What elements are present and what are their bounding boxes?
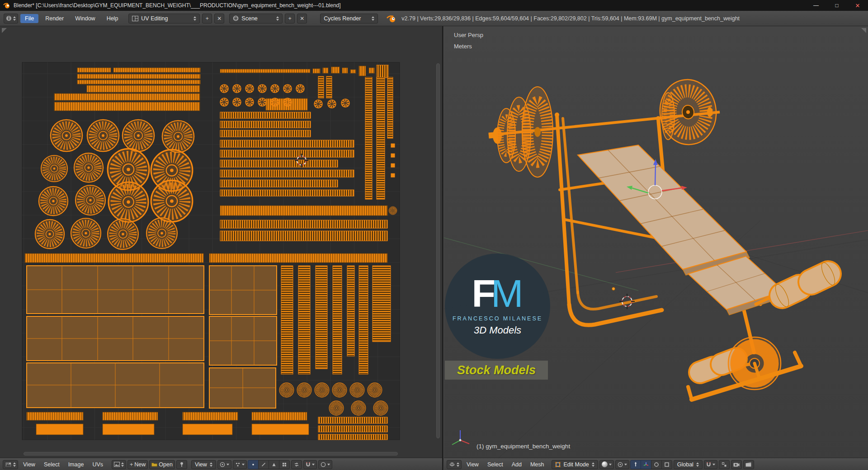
viewport-shading-button[interactable]: [599, 460, 614, 469]
vp-menu-view[interactable]: View: [463, 461, 482, 469]
translate-manipulator-icon: [633, 462, 638, 467]
image-new-button[interactable]: + New: [127, 460, 148, 469]
camera-icon: [733, 462, 740, 467]
folder-icon: [151, 462, 157, 467]
maximize-button[interactable]: □: [826, 0, 847, 11]
watermark-fm-monogram: F M: [472, 276, 523, 311]
uv-canvas[interactable]: [0, 26, 442, 458]
dropdown-arrow-icon: [312, 464, 315, 465]
snap-button[interactable]: [704, 460, 717, 469]
image-pin-button[interactable]: [176, 460, 187, 469]
menu-window[interactable]: Window: [71, 14, 99, 23]
uv-display-mode-selector[interactable]: View: [191, 460, 216, 469]
uv-editor-type-button[interactable]: [3, 460, 18, 469]
viewport-canvas[interactable]: [444, 26, 868, 458]
edge-select-icon: [261, 462, 266, 467]
magnet-icon: [306, 462, 311, 467]
uv-sync-selection-button[interactable]: [291, 460, 302, 469]
pivot-center-button[interactable]: [615, 460, 629, 469]
image-open-label: Open: [159, 461, 173, 468]
blender-logo-icon: [387, 14, 396, 23]
island-select-icon: [282, 462, 287, 467]
transform-orientation-selector[interactable]: Global: [674, 460, 703, 469]
dropdown-arrow-icon: [242, 464, 245, 465]
layout-delete-button[interactable]: ✕: [214, 14, 224, 24]
minimize-button[interactable]: —: [806, 0, 826, 11]
interaction-mode-selector[interactable]: Edit Mode: [552, 460, 598, 469]
uv-proportional-edit-button[interactable]: [318, 460, 332, 469]
mesh-bench-pads: [578, 145, 787, 315]
manipulator-toggle-button[interactable]: [630, 460, 641, 469]
vp-menu-mesh[interactable]: Mesh: [527, 461, 548, 469]
uv-pivot-button[interactable]: [217, 460, 231, 469]
orientation-arrows-icon: [696, 462, 699, 467]
opengl-render-anim-button[interactable]: [743, 460, 754, 469]
uv-menu-view[interactable]: View: [19, 461, 39, 469]
image-new-label: New: [134, 461, 146, 468]
close-button[interactable]: ✕: [847, 0, 868, 11]
region-corner-icon[interactable]: [861, 28, 866, 33]
scene-delete-button[interactable]: ✕: [297, 14, 307, 24]
menu-help[interactable]: Help: [102, 14, 123, 23]
manipulator-scale-button[interactable]: [661, 460, 672, 469]
viewport-3d[interactable]: User Persp Meters: [444, 26, 868, 470]
viewport-editor-type-button[interactable]: [447, 460, 462, 469]
editor-switch-arrows-icon: [13, 462, 16, 467]
region-corner-icon[interactable]: [2, 28, 7, 33]
info-icon: [6, 15, 12, 21]
screen-layout-value: UV Editing: [141, 15, 168, 22]
uv-sticky-select-button[interactable]: [233, 460, 247, 469]
screen-layout-icon: [132, 16, 138, 21]
uv-menu-uvs[interactable]: UVs: [89, 461, 107, 469]
uv-menu-image[interactable]: Image: [65, 461, 88, 469]
dropdown-arrow-icon: [226, 464, 229, 465]
sync-arrows-icon: [294, 462, 299, 467]
uv-select-edge-button[interactable]: [258, 460, 269, 469]
snap-element-button[interactable]: [719, 460, 730, 469]
plus-icon: +: [130, 461, 133, 468]
vp-menu-add[interactable]: Add: [508, 461, 525, 469]
image-editor-icon: [5, 462, 12, 467]
scene-browse-arrows-icon: [276, 16, 279, 21]
dropdown-arrow-icon: [624, 464, 627, 465]
uv-menu-select[interactable]: Select: [40, 461, 63, 469]
blender-app-icon: [3, 2, 10, 9]
pivot-icon: [220, 462, 225, 467]
manipulator-translate-button[interactable]: [641, 460, 651, 469]
uv-select-island-button[interactable]: [279, 460, 290, 469]
logo-letter-m: M: [491, 276, 524, 311]
view3d-editor-icon: [449, 461, 455, 467]
vp-menu-select[interactable]: Select: [484, 461, 507, 469]
image-datablock-icon: [114, 462, 120, 467]
window-title: Blender* [C:\Users\franc\Desktop\GYM_EQU…: [14, 2, 341, 9]
uv-select-vertex-button[interactable]: [248, 460, 259, 469]
menu-render[interactable]: Render: [41, 14, 68, 23]
scene-add-button[interactable]: +: [285, 14, 295, 24]
image-browse-button[interactable]: [112, 460, 126, 469]
render-engine-value: Cycles Render: [324, 15, 361, 22]
screen-layout-selector[interactable]: UV Editing: [128, 14, 200, 24]
window-controls: — □ ✕: [806, 0, 868, 11]
uv-snap-button[interactable]: [303, 460, 317, 469]
manipulator-rotate-button[interactable]: [651, 460, 662, 469]
editor-type-button-info[interactable]: [4, 14, 18, 24]
scene-icon: [233, 15, 239, 21]
image-open-button[interactable]: Open: [149, 460, 175, 469]
menu-file[interactable]: File: [20, 14, 38, 23]
layout-add-button[interactable]: +: [202, 14, 212, 24]
uv-select-mode-group: [248, 460, 290, 469]
scene-selector[interactable]: Scene: [229, 14, 283, 24]
proportional-edit-icon: [321, 462, 326, 467]
uv-image-editor[interactable]: View Select Image UVs + New Open: [0, 26, 442, 470]
uv-vertical-scrollbar[interactable]: [436, 63, 440, 438]
edit-mode-icon: [555, 462, 561, 467]
info-header: File Render Window Help UV Editing + ✕ S…: [0, 11, 868, 26]
opengl-render-button[interactable]: [731, 460, 742, 469]
uv-select-face-button[interactable]: [269, 460, 279, 469]
uv-horizontal-scrollbar[interactable]: [24, 452, 398, 456]
watermark-brand-name: FRANCESCO MILANESE: [453, 315, 542, 322]
scene-value: Scene: [241, 15, 257, 22]
mode-arrows-icon: [592, 462, 594, 467]
pivot-icon: [618, 462, 623, 467]
render-engine-selector[interactable]: Cycles Render: [320, 14, 378, 24]
